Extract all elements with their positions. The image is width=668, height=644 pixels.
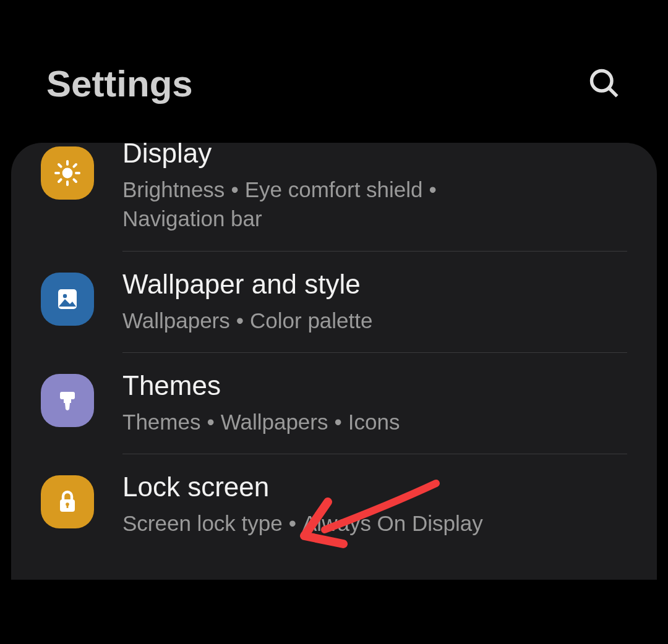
header: Settings bbox=[0, 0, 668, 143]
settings-item-text: Display Brightness•Eye comfort shield•Na… bbox=[122, 143, 627, 234]
svg-line-9 bbox=[59, 179, 61, 182]
settings-item-title: Themes bbox=[122, 370, 627, 401]
svg-rect-13 bbox=[60, 392, 75, 399]
svg-point-2 bbox=[62, 168, 73, 179]
sub-label: Always On Display bbox=[302, 511, 483, 535]
settings-item-display[interactable]: Display Brightness•Eye comfort shield•Na… bbox=[11, 143, 657, 251]
image-icon bbox=[41, 273, 94, 326]
settings-item-title: Lock screen bbox=[122, 472, 627, 502]
settings-item-title: Wallpaper and style bbox=[122, 269, 627, 300]
settings-item-subtitle: Screen lock type•Always On Display bbox=[122, 509, 627, 538]
sub-label: Eye comfort shield bbox=[245, 177, 423, 201]
svg-rect-14 bbox=[64, 399, 71, 403]
svg-point-12 bbox=[63, 294, 67, 297]
svg-line-7 bbox=[59, 164, 61, 167]
sub-label: Navigation bar bbox=[122, 206, 262, 231]
settings-item-text: Themes Themes•Wallpapers•Icons bbox=[122, 370, 627, 436]
settings-item-wallpaper[interactable]: Wallpaper and style Wallpapers•Color pal… bbox=[11, 252, 657, 352]
sub-label: Icons bbox=[348, 410, 400, 434]
lock-icon bbox=[41, 475, 94, 528]
settings-panel: Display Brightness•Eye comfort shield•Na… bbox=[11, 143, 657, 580]
brightness-icon bbox=[41, 146, 94, 200]
settings-item-lockscreen[interactable]: Lock screen Screen lock type•Always On D… bbox=[11, 454, 657, 555]
svg-point-0 bbox=[592, 71, 612, 91]
search-button[interactable] bbox=[583, 62, 625, 106]
sub-label: Wallpapers bbox=[122, 308, 230, 333]
svg-line-1 bbox=[610, 89, 617, 96]
svg-line-10 bbox=[74, 164, 76, 167]
settings-item-text: Lock screen Screen lock type•Always On D… bbox=[122, 472, 627, 538]
sub-label: Color palette bbox=[250, 308, 372, 333]
sub-label: Screen lock type bbox=[122, 511, 283, 535]
svg-rect-17 bbox=[67, 504, 69, 508]
brush-icon bbox=[41, 374, 94, 427]
sub-label: Wallpapers bbox=[221, 410, 328, 434]
page-title: Settings bbox=[46, 62, 193, 105]
svg-line-8 bbox=[74, 179, 76, 182]
settings-item-text: Wallpaper and style Wallpapers•Color pal… bbox=[122, 269, 627, 335]
settings-item-themes[interactable]: Themes Themes•Wallpapers•Icons bbox=[11, 353, 657, 454]
settings-item-subtitle: Wallpapers•Color palette bbox=[122, 306, 627, 335]
settings-item-title: Display bbox=[122, 143, 627, 169]
settings-item-subtitle: Brightness•Eye comfort shield•Navigation… bbox=[122, 175, 627, 234]
search-icon bbox=[588, 67, 620, 99]
sub-label: Brightness bbox=[122, 177, 225, 201]
sub-label: Themes bbox=[122, 410, 200, 434]
settings-item-subtitle: Themes•Wallpapers•Icons bbox=[122, 407, 627, 436]
